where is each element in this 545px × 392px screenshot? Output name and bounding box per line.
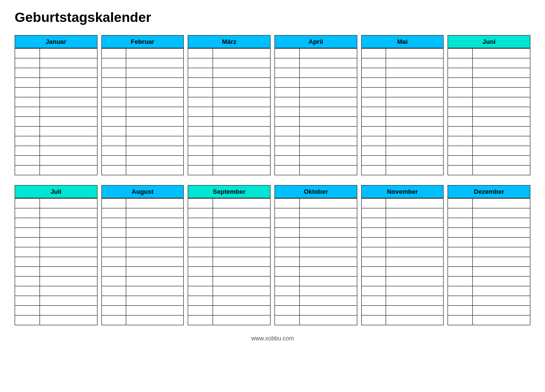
day-cell[interactable]: [15, 277, 40, 286]
day-cell[interactable]: [188, 208, 213, 218]
name-cell[interactable]: [386, 306, 444, 316]
name-cell[interactable]: [126, 238, 184, 247]
day-cell[interactable]: [15, 247, 40, 257]
day-cell[interactable]: [101, 296, 126, 306]
day-cell[interactable]: [15, 97, 40, 107]
day-cell[interactable]: [448, 49, 473, 58]
day-cell[interactable]: [361, 107, 386, 117]
day-cell[interactable]: [361, 238, 386, 247]
name-cell[interactable]: [299, 306, 357, 316]
day-cell[interactable]: [275, 267, 300, 277]
name-cell[interactable]: [213, 238, 270, 247]
name-cell[interactable]: [299, 146, 357, 156]
name-cell[interactable]: [472, 316, 530, 325]
name-cell[interactable]: [299, 199, 357, 208]
name-cell[interactable]: [39, 286, 97, 296]
day-cell[interactable]: [101, 247, 126, 257]
name-cell[interactable]: [126, 277, 184, 286]
name-cell[interactable]: [472, 208, 530, 218]
name-cell[interactable]: [386, 286, 444, 296]
day-cell[interactable]: [188, 296, 213, 306]
day-cell[interactable]: [275, 277, 300, 286]
day-cell[interactable]: [188, 58, 213, 68]
name-cell[interactable]: [39, 199, 97, 208]
day-cell[interactable]: [448, 228, 473, 238]
name-cell[interactable]: [39, 107, 97, 117]
name-cell[interactable]: [472, 166, 530, 175]
name-cell[interactable]: [386, 228, 444, 238]
name-cell[interactable]: [472, 117, 530, 127]
name-cell[interactable]: [386, 97, 444, 107]
name-cell[interactable]: [213, 49, 270, 58]
name-cell[interactable]: [39, 49, 97, 58]
day-cell[interactable]: [15, 78, 40, 88]
day-cell[interactable]: [275, 208, 300, 218]
name-cell[interactable]: [386, 296, 444, 306]
name-cell[interactable]: [39, 117, 97, 127]
day-cell[interactable]: [101, 146, 126, 156]
name-cell[interactable]: [472, 296, 530, 306]
day-cell[interactable]: [361, 136, 386, 146]
name-cell[interactable]: [299, 97, 357, 107]
day-cell[interactable]: [275, 88, 300, 97]
name-cell[interactable]: [126, 208, 184, 218]
day-cell[interactable]: [101, 107, 126, 117]
day-cell[interactable]: [275, 247, 300, 257]
name-cell[interactable]: [472, 58, 530, 68]
name-cell[interactable]: [213, 127, 270, 136]
day-cell[interactable]: [448, 277, 473, 286]
name-cell[interactable]: [299, 166, 357, 175]
day-cell[interactable]: [101, 316, 126, 325]
day-cell[interactable]: [448, 146, 473, 156]
day-cell[interactable]: [188, 247, 213, 257]
day-cell[interactable]: [361, 58, 386, 68]
day-cell[interactable]: [15, 306, 40, 316]
name-cell[interactable]: [472, 286, 530, 296]
day-cell[interactable]: [188, 166, 213, 175]
day-cell[interactable]: [275, 127, 300, 136]
day-cell[interactable]: [361, 267, 386, 277]
name-cell[interactable]: [299, 156, 357, 166]
day-cell[interactable]: [188, 228, 213, 238]
day-cell[interactable]: [361, 78, 386, 88]
day-cell[interactable]: [188, 117, 213, 127]
name-cell[interactable]: [126, 107, 184, 117]
name-cell[interactable]: [386, 146, 444, 156]
day-cell[interactable]: [361, 247, 386, 257]
day-cell[interactable]: [188, 146, 213, 156]
name-cell[interactable]: [472, 156, 530, 166]
name-cell[interactable]: [126, 257, 184, 267]
day-cell[interactable]: [275, 306, 300, 316]
day-cell[interactable]: [448, 127, 473, 136]
day-cell[interactable]: [275, 136, 300, 146]
day-cell[interactable]: [101, 49, 126, 58]
name-cell[interactable]: [213, 156, 270, 166]
day-cell[interactable]: [361, 277, 386, 286]
day-cell[interactable]: [101, 68, 126, 78]
name-cell[interactable]: [39, 247, 97, 257]
name-cell[interactable]: [213, 78, 270, 88]
name-cell[interactable]: [386, 257, 444, 267]
day-cell[interactable]: [275, 296, 300, 306]
name-cell[interactable]: [472, 127, 530, 136]
day-cell[interactable]: [188, 156, 213, 166]
day-cell[interactable]: [361, 156, 386, 166]
day-cell[interactable]: [188, 68, 213, 78]
name-cell[interactable]: [126, 156, 184, 166]
name-cell[interactable]: [386, 277, 444, 286]
name-cell[interactable]: [386, 267, 444, 277]
name-cell[interactable]: [39, 88, 97, 97]
name-cell[interactable]: [472, 306, 530, 316]
day-cell[interactable]: [361, 117, 386, 127]
day-cell[interactable]: [361, 166, 386, 175]
name-cell[interactable]: [213, 107, 270, 117]
day-cell[interactable]: [361, 286, 386, 296]
name-cell[interactable]: [39, 78, 97, 88]
name-cell[interactable]: [213, 88, 270, 97]
day-cell[interactable]: [448, 316, 473, 325]
name-cell[interactable]: [299, 136, 357, 146]
name-cell[interactable]: [213, 257, 270, 267]
day-cell[interactable]: [275, 228, 300, 238]
name-cell[interactable]: [39, 156, 97, 166]
day-cell[interactable]: [361, 218, 386, 228]
